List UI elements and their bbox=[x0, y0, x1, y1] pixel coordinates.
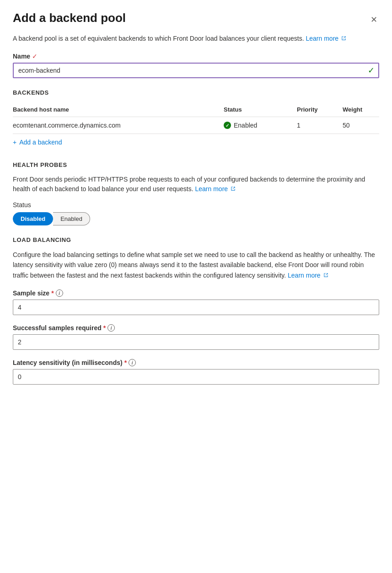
col-status: Status bbox=[224, 106, 297, 113]
health-external-link-icon bbox=[231, 184, 236, 194]
external-link-icon bbox=[341, 34, 346, 43]
backend-row: ecomtenant.commerce.dynamics.com Enabled… bbox=[13, 117, 379, 134]
successful-samples-info-icon[interactable]: i bbox=[107, 324, 115, 332]
successful-samples-required: * bbox=[103, 324, 106, 332]
backends-section: BACKENDS Backend host name Status Priori… bbox=[13, 89, 379, 150]
load-balancing-description: Configure the load balancing settings to… bbox=[13, 250, 379, 280]
col-host-name: Backend host name bbox=[13, 106, 224, 113]
add-backend-button[interactable]: + Add a backend bbox=[13, 134, 62, 150]
name-valid-icon: ✓ bbox=[368, 65, 375, 75]
toggle-disabled[interactable]: Disabled bbox=[13, 212, 53, 225]
backend-host-name: ecomtenant.commerce.dynamics.com bbox=[13, 122, 224, 129]
health-probes-section: HEALTH PROBES Front Door sends periodic … bbox=[13, 161, 379, 225]
sample-size-input[interactable] bbox=[13, 300, 379, 315]
latency-sensitivity-info-icon[interactable]: i bbox=[129, 359, 136, 366]
health-probes-title: HEALTH PROBES bbox=[13, 161, 379, 168]
load-balancing-section: LOAD BALANCING Configure the load balanc… bbox=[13, 236, 379, 385]
toggle-enabled[interactable]: Enabled bbox=[53, 212, 90, 225]
col-priority: Priority bbox=[297, 106, 343, 113]
latency-sensitivity-group: Latency sensitivity (in milliseconds) * … bbox=[13, 359, 379, 385]
load-balancing-learn-more-link[interactable]: Learn more bbox=[288, 272, 328, 279]
status-enabled-dot bbox=[224, 122, 231, 129]
sample-size-label: Sample size * i bbox=[13, 289, 379, 297]
sample-size-group: Sample size * i bbox=[13, 289, 379, 315]
backends-table-header: Backend host name Status Priority Weight bbox=[13, 102, 379, 117]
health-probes-description: Front Door sends periodic HTTP/HTTPS pro… bbox=[13, 175, 379, 194]
sample-size-info-icon[interactable]: i bbox=[56, 289, 63, 297]
panel-header: Add a backend pool ✕ bbox=[13, 11, 379, 27]
backend-status: Enabled bbox=[224, 122, 297, 129]
health-status-toggle: Disabled Enabled bbox=[13, 212, 379, 225]
latency-sensitivity-input[interactable] bbox=[13, 369, 379, 385]
successful-samples-label: Successful samples required * i bbox=[13, 324, 379, 332]
latency-sensitivity-required: * bbox=[124, 359, 127, 366]
panel-title: Add a backend pool bbox=[13, 11, 126, 25]
name-label: Name ✓ bbox=[13, 53, 379, 60]
successful-samples-group: Successful samples required * i bbox=[13, 324, 379, 350]
close-button[interactable]: ✕ bbox=[369, 13, 379, 27]
panel-description: A backend pool is a set of equivalent ba… bbox=[13, 34, 379, 43]
backends-section-title: BACKENDS bbox=[13, 89, 379, 96]
backend-priority: 1 bbox=[297, 122, 343, 129]
name-section: Name ✓ ✓ bbox=[13, 53, 379, 78]
add-icon: + bbox=[13, 139, 16, 146]
health-status-label: Status bbox=[13, 201, 379, 209]
col-weight: Weight bbox=[343, 106, 379, 113]
backend-weight: 50 bbox=[343, 122, 379, 129]
name-input-wrapper: ✓ bbox=[13, 63, 379, 78]
successful-samples-input[interactable] bbox=[13, 334, 379, 350]
load-balancing-title: LOAD BALANCING bbox=[13, 236, 379, 243]
latency-sensitivity-label: Latency sensitivity (in milliseconds) * … bbox=[13, 359, 379, 366]
name-required-indicator: ✓ bbox=[32, 53, 38, 60]
health-probes-learn-more-link[interactable]: Learn more bbox=[195, 185, 236, 193]
name-input[interactable] bbox=[13, 63, 379, 78]
close-icon: ✕ bbox=[371, 15, 377, 25]
lb-external-link-icon bbox=[323, 270, 328, 280]
description-learn-more-link[interactable]: Learn more bbox=[306, 35, 346, 42]
sample-size-required: * bbox=[51, 289, 54, 297]
add-backend-pool-panel: Add a backend pool ✕ A backend pool is a… bbox=[0, 0, 392, 573]
